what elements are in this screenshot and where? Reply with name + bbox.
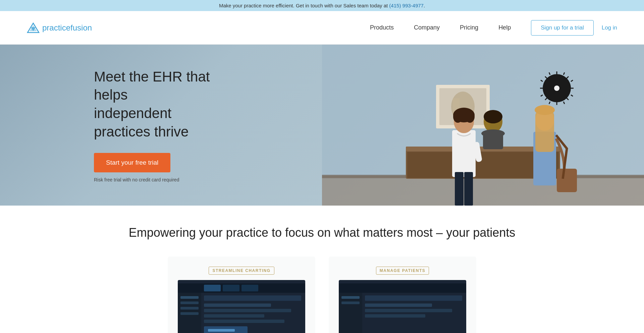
hero-title: Meet the EHR that helps independent prac… — [94, 68, 221, 141]
svg-rect-57 — [204, 309, 291, 312]
svg-rect-55 — [204, 295, 301, 301]
svg-point-14 — [554, 86, 559, 91]
svg-rect-61 — [208, 329, 235, 332]
empowering-title: Empowering your practice to focus on wha… — [27, 226, 617, 240]
feature-card-charting: STREAMLINE CHARTING — [168, 257, 315, 333]
svg-rect-64 — [223, 285, 239, 291]
feature-screen-charting — [178, 280, 305, 333]
svg-rect-44 — [557, 169, 577, 192]
navbar: practicefusion Products Company Pricing … — [0, 11, 644, 45]
svg-rect-58 — [204, 314, 264, 318]
svg-rect-35 — [452, 130, 476, 177]
nav-pricing[interactable]: Pricing — [460, 24, 478, 31]
svg-point-39 — [465, 111, 475, 123]
hero-disclaimer: Risk free trial with no credit card requ… — [94, 177, 221, 182]
hero-scene-svg — [322, 45, 644, 206]
svg-rect-72 — [365, 303, 432, 307]
svg-rect-74 — [365, 314, 425, 318]
feature-screen-placeholder — [339, 280, 466, 333]
svg-point-32 — [484, 110, 502, 123]
svg-rect-4 — [322, 175, 644, 206]
svg-rect-54 — [180, 312, 199, 315]
nav-actions: Sign up for a trial Log in — [531, 20, 617, 36]
svg-rect-71 — [365, 295, 462, 301]
logo-link[interactable]: practicefusion — [27, 22, 92, 33]
signup-trial-button[interactable]: Sign up for a trial — [531, 20, 594, 36]
features-row: STREAMLINE CHARTING — [27, 257, 617, 333]
svg-rect-69 — [341, 296, 360, 299]
svg-rect-41 — [464, 172, 473, 206]
feature-card-placeholder: MANAGE PATIENTS — [329, 257, 476, 333]
ehr-screen-svg — [178, 283, 305, 333]
svg-point-34 — [481, 129, 505, 137]
svg-rect-40 — [455, 172, 464, 206]
banner-suffix: . — [424, 3, 425, 8]
hero-scene — [322, 45, 644, 206]
svg-point-38 — [453, 111, 463, 123]
hero-section: Meet the EHR that helps independent prac… — [0, 45, 644, 206]
svg-rect-52 — [180, 301, 199, 304]
logo-icon — [27, 22, 40, 33]
empowering-section: Empowering your practice to focus on wha… — [0, 206, 644, 333]
svg-rect-51 — [180, 296, 199, 299]
svg-rect-46 — [535, 112, 554, 152]
svg-point-47 — [535, 105, 555, 115]
feature-badge-charting: STREAMLINE CHARTING — [209, 267, 274, 275]
nav-company[interactable]: Company — [414, 24, 440, 31]
svg-rect-53 — [180, 307, 199, 310]
svg-rect-59 — [204, 320, 284, 323]
svg-rect-65 — [241, 285, 258, 291]
start-trial-button[interactable]: Start your free trial — [94, 153, 170, 172]
banner-text: Make your practice more efficient. Get i… — [219, 3, 389, 8]
nav-links: Products Company Pricing Help — [370, 24, 511, 31]
nav-help[interactable]: Help — [498, 24, 511, 31]
nav-products[interactable]: Products — [370, 24, 394, 31]
manage-screen-svg — [339, 283, 466, 333]
svg-rect-73 — [365, 309, 452, 312]
login-button[interactable]: Log in — [602, 24, 617, 31]
svg-rect-63 — [204, 285, 221, 291]
banner-phone[interactable]: (415) 993-4977 — [389, 3, 424, 8]
logo-text: practicefusion — [42, 23, 92, 33]
svg-rect-67 — [339, 283, 466, 293]
top-banner: Make your practice more efficient. Get i… — [0, 0, 644, 11]
svg-rect-56 — [204, 303, 271, 307]
hero-content: Meet the EHR that helps independent prac… — [0, 68, 221, 182]
feature-badge-placeholder: MANAGE PATIENTS — [376, 267, 429, 275]
svg-rect-70 — [341, 301, 360, 304]
